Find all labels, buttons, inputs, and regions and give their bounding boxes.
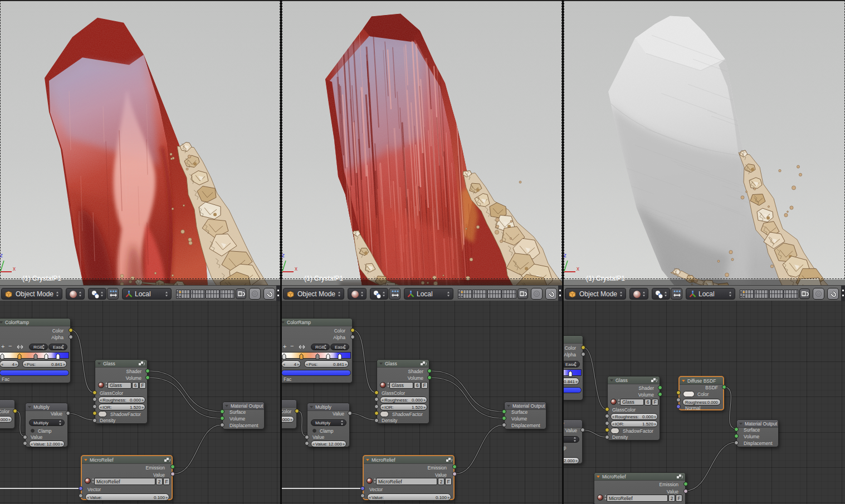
svg-text:x: x bbox=[295, 266, 297, 272]
svg-text:z: z bbox=[0, 252, 3, 258]
svg-text:x: x bbox=[13, 266, 16, 272]
svg-text:z: z bbox=[564, 252, 566, 258]
svg-text:z: z bbox=[282, 252, 285, 258]
svg-text:x: x bbox=[577, 266, 579, 272]
